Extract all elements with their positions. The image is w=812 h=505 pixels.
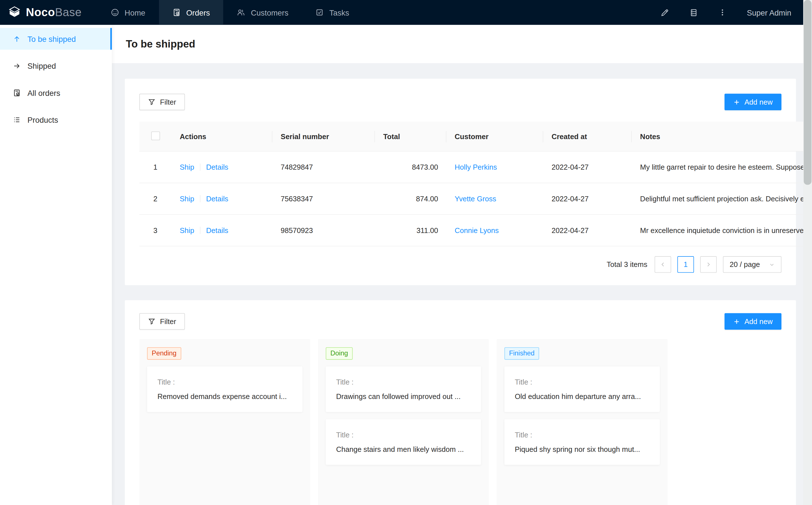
select-all-checkbox[interactable] xyxy=(151,131,160,140)
row-actions: ShipDetails xyxy=(171,215,272,246)
row-index: 1 xyxy=(139,151,171,183)
created-at-cell: 2022-04-27 xyxy=(543,151,632,183)
highlighter-icon[interactable] xyxy=(660,8,669,17)
chevron-down-icon xyxy=(769,262,775,267)
orders-toolbar: Filter Add new xyxy=(139,94,782,110)
table-row: 1 ShipDetails 74829847 8473.00 Holly Per… xyxy=(139,151,812,183)
page-header: To be shipped xyxy=(112,25,803,63)
col-header-customer: Customer xyxy=(446,122,543,151)
navbar-right: Super Admin xyxy=(660,8,803,17)
col-header-notes: Notes xyxy=(632,122,812,151)
task-field-label: Title : xyxy=(336,431,471,439)
created-at-cell: 2022-04-27 xyxy=(543,183,632,215)
row-actions: ShipDetails xyxy=(171,183,272,215)
customer-link[interactable]: Connie Lyons xyxy=(455,226,499,234)
add-new-button[interactable]: Add new xyxy=(724,313,782,330)
select-all-cell xyxy=(139,122,171,151)
task-card[interactable]: Title : Removed demands expense account … xyxy=(147,366,302,412)
details-link[interactable]: Details xyxy=(206,194,228,203)
action-divider xyxy=(200,227,200,234)
pagination: Total 3 items 1 20 / page xyxy=(139,256,782,273)
tab-customers[interactable]: Customers xyxy=(224,0,302,25)
col-header-created-at: Created at xyxy=(543,122,632,151)
ship-link[interactable]: Ship xyxy=(180,194,194,203)
prev-page-button[interactable] xyxy=(655,256,671,273)
tab-label: Customers xyxy=(251,8,289,17)
details-link[interactable]: Details xyxy=(206,163,228,171)
sidebar-item-shipped[interactable]: Shipped xyxy=(0,55,112,76)
kanban-column-pending: Pending Title : Removed demands expense … xyxy=(139,339,310,505)
total-cell: 8473.00 xyxy=(375,151,446,183)
col-header-serial: Serial number xyxy=(272,122,375,151)
next-page-button[interactable] xyxy=(700,256,717,273)
scrollbar-thumb[interactable] xyxy=(804,0,811,185)
tab-orders[interactable]: Orders xyxy=(159,0,224,25)
filter-funnel-icon xyxy=(148,318,155,325)
tasks-kanban-card: Filter Add new Pending xyxy=(125,300,796,505)
sidebar-item-products[interactable]: Products xyxy=(0,109,112,130)
orders-table: Actions Serial number Total Customer Cre… xyxy=(139,122,812,246)
notes-cell: Delightful met sufficient projection ask… xyxy=(632,183,812,215)
created-at-cell: 2022-04-27 xyxy=(543,215,632,246)
tab-home[interactable]: Home xyxy=(97,0,159,25)
nocobase-logo[interactable]: NocoBase xyxy=(0,6,91,19)
serial-cell: 98570923 xyxy=(272,215,375,246)
total-cell: 311.00 xyxy=(375,215,446,246)
customer-cell: Yvette Gross xyxy=(446,183,543,215)
sidebar-item-all-orders[interactable]: All orders xyxy=(0,82,112,104)
vertical-scrollbar[interactable] xyxy=(803,0,812,505)
filter-funnel-icon xyxy=(148,99,155,106)
filter-button[interactable]: Filter xyxy=(139,94,185,110)
task-field-label: Title : xyxy=(515,378,649,386)
action-divider xyxy=(200,195,200,202)
arrow-right-icon xyxy=(13,62,21,69)
ship-link[interactable]: Ship xyxy=(180,226,194,234)
task-card[interactable]: Title : Drawings can followed improved o… xyxy=(326,366,481,412)
status-badge-pending: Pending xyxy=(147,347,181,360)
kebab-menu-icon[interactable] xyxy=(718,8,726,16)
status-badge-finished: Finished xyxy=(505,347,539,360)
col-header-actions: Actions xyxy=(171,122,272,151)
pagination-total: Total 3 items xyxy=(606,261,647,269)
main-nav-tabs: Home Orders xyxy=(97,0,363,25)
task-card[interactable]: Title : Old education him departure any … xyxy=(505,366,660,412)
total-cell: 874.00 xyxy=(375,183,446,215)
task-field-label: Title : xyxy=(157,378,292,386)
user-menu[interactable]: Super Admin xyxy=(747,8,791,17)
main-area: To be shipped Filter xyxy=(112,25,803,505)
task-field-label: Title : xyxy=(515,431,649,439)
status-badge-doing: Doing xyxy=(326,347,353,360)
task-card[interactable]: Title : Change stairs and men likely wis… xyxy=(326,419,481,465)
details-link[interactable]: Details xyxy=(206,226,228,234)
table-row: 3 ShipDetails 98570923 311.00 Connie Lyo… xyxy=(139,215,812,246)
page-title: To be shipped xyxy=(126,38,195,50)
task-title: Piqued shy spring nor six though mut... xyxy=(515,445,649,453)
arrow-up-icon xyxy=(13,35,21,43)
server-icon[interactable] xyxy=(689,8,698,17)
tab-tasks[interactable]: Tasks xyxy=(302,0,363,25)
customer-link[interactable]: Yvette Gross xyxy=(455,194,496,203)
filter-button[interactable]: Filter xyxy=(139,313,185,330)
tab-label: Orders xyxy=(186,8,210,17)
sidebar-item-to-be-shipped[interactable]: To be shipped xyxy=(0,28,112,50)
sidebar-item-label: All orders xyxy=(27,88,60,97)
task-card[interactable]: Title : Piqued shy spring nor six though… xyxy=(505,419,660,465)
customer-link[interactable]: Holly Perkins xyxy=(455,163,497,171)
sidebar-item-label: Shipped xyxy=(27,61,56,70)
serial-cell: 74829847 xyxy=(272,151,375,183)
orders-file-icon xyxy=(172,8,180,16)
serial-cell: 75638347 xyxy=(272,183,375,215)
task-title: Change stairs and men likely wisdom ... xyxy=(336,445,471,453)
page-content: Filter Add new xyxy=(112,63,803,505)
add-new-button[interactable]: Add new xyxy=(724,94,782,110)
logo-text: NocoBase xyxy=(26,6,82,19)
page-1-button[interactable]: 1 xyxy=(677,256,694,273)
plus-icon xyxy=(733,99,740,106)
customer-cell: Connie Lyons xyxy=(446,215,543,246)
page-size-select[interactable]: 20 / page xyxy=(723,256,782,273)
customers-icon xyxy=(237,8,245,16)
sidebar-item-label: To be shipped xyxy=(27,34,76,43)
ship-link[interactable]: Ship xyxy=(180,163,194,171)
task-title: Removed demands expense account i... xyxy=(157,392,292,400)
cube-logo-icon xyxy=(8,6,21,19)
